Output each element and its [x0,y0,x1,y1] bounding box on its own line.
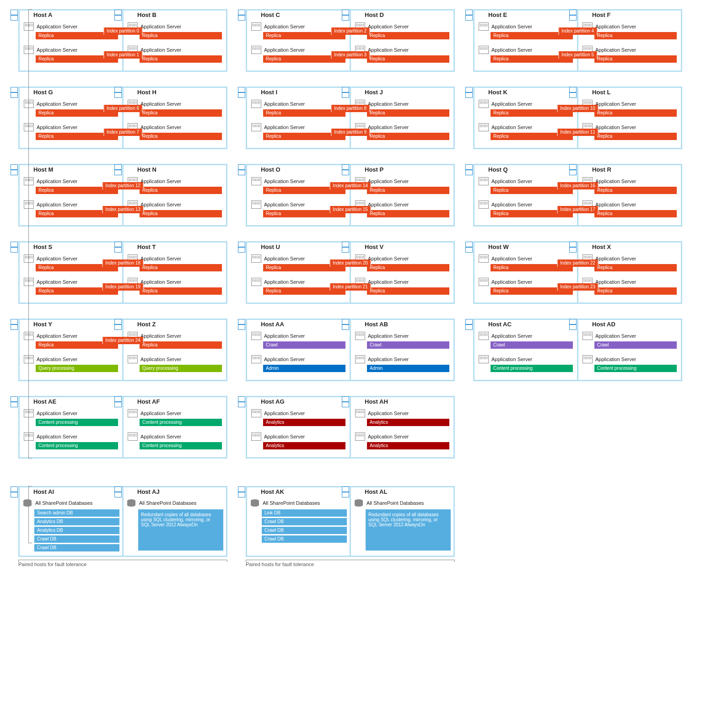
host-pair: Host O Application Server Replica Applic… [246,164,455,227]
host-title: Host AG [247,397,350,406]
vm-title: Application Server [368,124,409,130]
host-icon [238,396,245,408]
vm: Application Server Content processing [126,408,223,428]
host-icon [11,319,18,331]
host-title: Host F [578,11,681,19]
host-title: Host AL [351,487,453,496]
db-group-title: All SharePoint Databases [263,500,320,506]
vm-title: Application Server [140,256,181,261]
host-title: Host J [351,88,453,97]
vm-title: Application Server [264,256,305,261]
host-title: Host Z [124,320,226,329]
host-box: Host L Application Server Replica Applic… [577,86,682,149]
db-group-title: All SharePoint Databases [367,500,424,506]
server-icon [479,200,489,209]
index-partition-tag: Index partition 24 [102,337,144,344]
vm-title: Application Server [37,411,77,416]
index-partition-tag: Index partition 20 [329,259,371,267]
role-replica: Replica [367,264,449,271]
host-box: Host W Application Server Replica Applic… [473,241,578,304]
index-partition-tag: Index partition 4 [558,27,597,35]
host-icon [342,486,349,498]
server-icon [251,254,261,263]
server-icon [479,46,489,54]
host-pair: Host AG Application Server Analytics App… [246,396,455,459]
role-replica: Replica [594,32,677,39]
vm-title: Application Server [37,434,77,439]
section-bracket [28,9,32,459]
role-analytics: Analytics [263,442,345,449]
vm-title: Application Server [264,434,305,439]
host-title: Host V [351,243,453,251]
vm-title: Application Server [140,178,181,184]
index-partition-tag: Index partition 3 [331,51,370,59]
host-title: Host AC [475,320,577,329]
vm-title: Application Server [368,279,409,285]
server-icon [479,100,489,108]
host-icon [114,164,122,176]
vm-title: Application Server [140,47,181,53]
vm: Application Server Admin [354,354,451,374]
host-icon [569,87,577,99]
role-replica: Replica [140,32,222,39]
server-icon [479,177,489,185]
server-icon [251,432,261,441]
role-replica: Replica [594,133,677,140]
vm-title: Application Server [37,124,77,130]
role-replica: Replica [140,264,222,271]
host-icon [238,242,245,254]
vm-title: Application Server [140,357,181,362]
host-box: Host D Application Server Replica Applic… [350,9,455,72]
role-replica: Replica [140,133,222,140]
host-title: Host M [20,165,122,174]
section-bracket [28,486,32,543]
host-icon [11,87,18,99]
role-replica: Replica [594,187,677,194]
host-title: Host AJ [124,487,226,496]
host-title: Host U [247,243,350,251]
host-pair: Host C Application Server Replica Applic… [246,9,455,72]
role-content: Content processing [140,442,222,449]
database-entry: Crawl DB [34,535,119,543]
role-crawl: Crawl [367,341,449,349]
host-icon [238,164,245,176]
vm-title: Application Server [264,124,305,130]
vm-title: Application Server [368,101,409,107]
host-box: Host T Application Server Replica Applic… [122,241,227,304]
host-icon [465,87,473,99]
vm-title: Application Server [140,434,181,439]
host-box: Host E Application Server Replica Applic… [473,9,578,72]
vm-title: Application Server [264,411,305,416]
host-box: Host J Application Server Replica Applic… [350,86,455,149]
role-replica: Replica [367,210,449,217]
vm-title: Application Server [264,279,305,285]
host-title: Host D [351,11,453,19]
host-box: Host N Application Server Replica Applic… [122,164,227,227]
role-content: Content processing [140,419,222,426]
host-title: Host O [247,165,350,174]
index-partition-tag: Index partition 2 [331,27,370,35]
role-admin: Admin [367,365,449,372]
vm-title: Application Server [37,279,77,285]
database-entry: Analytics DB [34,518,119,525]
role-crawl: Crawl [263,341,345,349]
vm-title: Application Server [368,357,409,362]
role-replica: Replica [594,55,677,63]
host-box: Host F Application Server Replica Applic… [577,9,682,72]
host-icon [569,242,577,254]
host-pair: Host W Application Server Replica Applic… [473,241,682,304]
db-group-title: All SharePoint Databases [139,500,196,506]
vm-title: Application Server [140,24,181,29]
role-replica: Replica [367,187,449,194]
role-content: Content processing [36,442,118,449]
vm: Application Server Content processing [581,354,678,374]
host-box: Host Z Application Server Replica Applic… [122,319,227,381]
index-partition-tag: Index partition 22 [557,259,599,267]
vm-title: Application Server [264,357,305,362]
vm: Application Server Crawl [354,330,451,351]
host-icon [114,87,122,99]
vm-title: Application Server [37,178,77,184]
vm-title: Application Server [595,279,636,285]
vm-title: Application Server [491,24,532,29]
server-icon [128,355,138,363]
